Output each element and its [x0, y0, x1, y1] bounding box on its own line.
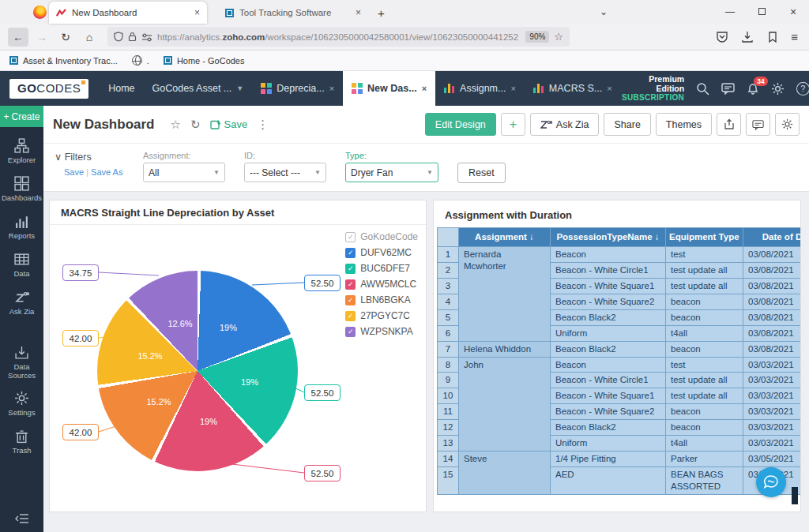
shield-icon[interactable]	[114, 32, 123, 42]
close-tab-icon[interactable]: ×	[607, 84, 611, 93]
sidebar-item-dashboards[interactable]: Dashboards	[0, 176, 43, 203]
sidebar-item-ask-zia[interactable]: Ask Zia	[0, 290, 43, 317]
sidebar-item-data[interactable]: Data	[0, 252, 43, 279]
legend-item-lbn6bgka[interactable]: ✓LBN6BGKA	[345, 294, 418, 305]
gocodes-logo[interactable]: GOCODES	[9, 79, 88, 99]
pie-chart[interactable]: ✓GoKodeCode✓DUFV62MC✓BUC6DFE7✓AWW5MCLC✓L…	[50, 225, 426, 512]
pie-graphic[interactable]	[97, 271, 298, 471]
search-icon[interactable]	[696, 82, 709, 96]
notifications-bell-icon[interactable]: 34	[747, 82, 759, 96]
bookmark-item[interactable]: Asset & Inventory Trac...	[9, 56, 118, 66]
legend-checkbox[interactable]: ✓	[345, 295, 356, 305]
refresh-icon[interactable]: ↻	[190, 118, 201, 132]
legend-checkbox[interactable]: ✓	[345, 248, 356, 258]
sidebar-item-data-sources[interactable]: Data Sources	[0, 345, 43, 380]
legend-checkbox[interactable]: ✓	[345, 279, 356, 290]
close-tab-icon[interactable]: ×	[329, 84, 334, 93]
feedback-icon[interactable]	[721, 82, 735, 95]
zoom-level-badge[interactable]: 90%	[525, 31, 549, 43]
comments-button[interactable]	[746, 113, 770, 136]
filter-save-as-link[interactable]: Save As	[91, 167, 122, 177]
sidebar-item-reports[interactable]: Reports	[0, 214, 43, 241]
workspace-tab-macrs-s[interactable]: MACRS S...×	[525, 71, 621, 106]
minimize-button[interactable]: —	[714, 6, 746, 17]
workspace-tab-gocodes-asset[interactable]: GoCodes Asset ...▼	[144, 71, 253, 106]
home-button[interactable]: ⌂	[79, 28, 100, 47]
export-button[interactable]	[717, 113, 741, 136]
legend-item-wzpsnkpa[interactable]: ✓WZPSNKPA	[345, 326, 418, 337]
settings-button[interactable]	[775, 113, 800, 136]
workspace-tab-assignm[interactable]: Assignm...×	[435, 71, 525, 106]
edit-design-button[interactable]: Edit Design	[425, 113, 496, 136]
id-select[interactable]: --- Select ---▼	[244, 163, 326, 182]
table-row[interactable]: 1Bernarda McwhorterBeacontest03/08/2021	[438, 246, 801, 262]
browser-tab-active[interactable]: New Dashboard ×	[49, 2, 207, 24]
forward-button[interactable]: →	[32, 28, 52, 47]
filters-toggle[interactable]: ∨ Filters	[55, 151, 124, 163]
save-button[interactable]: Save	[210, 118, 248, 130]
legend-item-dufv62mc[interactable]: ✓DUFV62MC	[345, 247, 418, 258]
legend-checkbox[interactable]: ✓	[345, 232, 356, 242]
new-tab-button[interactable]: +	[378, 6, 385, 20]
cell-assignment: Steve	[459, 451, 551, 495]
bookmark-item[interactable]: .	[132, 55, 149, 66]
workspace-tab-home[interactable]: Home	[100, 71, 143, 106]
permissions-icon[interactable]	[141, 32, 152, 42]
sidebar-item-explorer[interactable]: Explorer	[0, 138, 43, 165]
browser-tab[interactable]: Tool Tracking Software ×	[218, 2, 368, 24]
legend-item-aww5mclc[interactable]: ✓AWW5MCLC	[345, 279, 418, 290]
workspace-tab-new-das[interactable]: New Das...×	[343, 71, 435, 106]
library-icon[interactable]	[766, 31, 778, 43]
close-button[interactable]: ×	[777, 6, 809, 18]
legend-checkbox[interactable]: ✓	[345, 311, 356, 321]
pocket-icon[interactable]	[716, 31, 728, 43]
reset-button[interactable]: Reset	[457, 163, 506, 183]
sidebar-item-trash[interactable]: Trash	[0, 429, 43, 455]
back-button[interactable]: ←	[8, 28, 28, 47]
collapse-sidebar-icon[interactable]	[0, 513, 43, 524]
help-icon[interactable]: ?	[796, 82, 809, 96]
tab-close-icon[interactable]: ×	[194, 7, 200, 18]
table-row[interactable]: 14Steve1/4 Pipe FittingParker03/05/2021	[438, 451, 801, 467]
more-options-kebab-icon[interactable]: ⋮	[257, 118, 269, 132]
column-header-date-of-d[interactable]: Date of D	[743, 228, 801, 247]
add-widget-button[interactable]: +	[501, 113, 525, 136]
table-scroll-area[interactable]: Assignment ↓PossessionTypeName ↓Equipmen…	[437, 227, 800, 495]
bookmark-item[interactable]: Home - GoCodes	[164, 56, 245, 66]
ask-zia-button[interactable]: Ask Zia	[530, 113, 600, 136]
table-row[interactable]: 8JohnBeacontest03/03/2021	[438, 357, 801, 373]
tab-close-icon[interactable]: ×	[356, 7, 361, 18]
favorite-star-icon[interactable]: ☆	[170, 118, 180, 132]
gear-icon[interactable]	[771, 82, 785, 96]
themes-button[interactable]: Themes	[656, 113, 712, 136]
legend-checkbox[interactable]: ✓	[345, 327, 356, 337]
table-row[interactable]: 7Helena WhiddonBeacon Black2beacon03/08/…	[438, 341, 801, 357]
legend-title-row[interactable]: ✓GoKodeCode	[345, 231, 418, 242]
list-tabs-icon[interactable]: ⌄	[588, 6, 619, 17]
sidebar-item-settings[interactable]: Settings	[0, 391, 43, 418]
lock-icon[interactable]	[128, 32, 137, 42]
close-tab-icon[interactable]: ×	[422, 84, 427, 93]
chat-support-button[interactable]	[756, 467, 786, 497]
column-header-equipment-type[interactable]: Equipment Type ↓	[666, 228, 743, 247]
filter-save-link[interactable]: Save	[64, 167, 84, 177]
download-icon[interactable]	[741, 31, 754, 43]
close-tab-icon[interactable]: ×	[510, 84, 515, 93]
assignment-select[interactable]: All▼	[143, 163, 225, 182]
reload-button[interactable]: ↻	[55, 28, 76, 47]
table-scrollbar-thumb[interactable]	[792, 487, 798, 504]
create-button[interactable]: +Create	[0, 106, 43, 127]
workspace-tab-deprecia[interactable]: Deprecia...×	[252, 71, 343, 106]
maximize-button[interactable]	[746, 6, 777, 17]
column-header-possessiontypename[interactable]: PossessionTypeName ↓	[551, 228, 666, 247]
url-text[interactable]: https://analytics.zoho.com/workspace/106…	[157, 32, 521, 42]
bookmark-star-icon[interactable]: ☆	[554, 31, 563, 43]
legend-checkbox[interactable]: ✓	[345, 264, 356, 274]
menu-icon[interactable]: ≡	[791, 30, 798, 43]
share-button[interactable]: Share	[604, 113, 650, 136]
column-header-assignment[interactable]: Assignment ↓	[459, 228, 551, 247]
legend-item-buc6dfe7[interactable]: ✓BUC6DFE7	[345, 263, 418, 274]
url-bar[interactable]: https://analytics.zoho.com/workspace/106…	[107, 27, 570, 47]
type-select[interactable]: Dryer Fan▼	[345, 163, 438, 182]
legend-item-27pgyc7c[interactable]: ✓27PGYC7C	[345, 310, 418, 321]
